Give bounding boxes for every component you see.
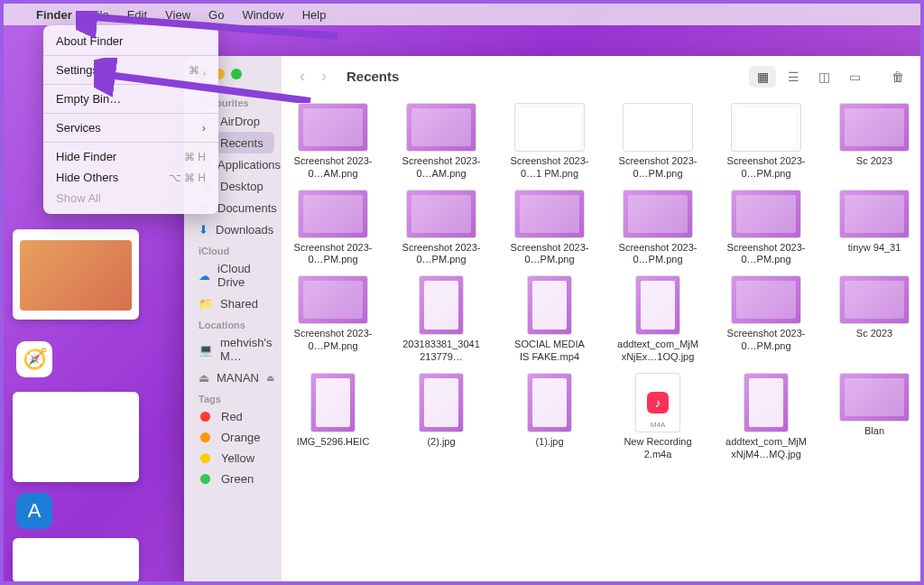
- file-thumbnail: [527, 275, 572, 335]
- separator: [43, 55, 218, 56]
- sidebar-item-icloud-drive[interactable]: ☁iCloud Drive: [191, 258, 274, 292]
- menubar: Finder File Edit View Go Window Help: [4, 4, 920, 25]
- eject-icon[interactable]: ⏏: [266, 373, 274, 383]
- shared-icon: 📁: [199, 296, 213, 311]
- menu-view[interactable]: View: [156, 8, 199, 22]
- sidebar-tag-orange[interactable]: Orange: [191, 427, 274, 448]
- dock-safari-icon[interactable]: 🧭: [16, 341, 52, 377]
- file-item[interactable]: Screenshot 2023-0…1 PM.png: [509, 103, 590, 181]
- sidebar-head-tags: Tags: [191, 388, 274, 406]
- file-name: Screenshot 2023-0…PM.png: [292, 328, 374, 353]
- sidebar-head-icloud: iCloud: [191, 240, 274, 258]
- file-thumbnail: [635, 275, 680, 335]
- file-item[interactable]: addtext_com_MjMxNjM4…MQ.jpg: [725, 373, 807, 461]
- menu-window[interactable]: Window: [233, 8, 292, 22]
- file-thumbnail: [731, 103, 801, 152]
- file-name: IMG_5296.HEIC: [292, 436, 374, 449]
- file-name: Screenshot 2023-0…PM.png: [617, 242, 698, 267]
- file-item[interactable]: IMG_5296.HEIC: [292, 373, 374, 461]
- gallery-view-button[interactable]: ▭: [841, 66, 868, 88]
- menu-about-finder[interactable]: About Finder: [43, 31, 218, 51]
- file-item[interactable]: Screenshot 2023-0…PM.png: [292, 190, 374, 267]
- file-name: (1).jpg: [509, 436, 590, 449]
- file-thumbnail: [298, 275, 368, 324]
- sidebar-tag-yellow[interactable]: Yellow: [191, 448, 274, 469]
- file-thumbnail: [635, 373, 680, 432]
- file-grid: Screenshot 2023-0…AM.pngScreenshot 2023-…: [282, 98, 924, 585]
- menu-finder[interactable]: Finder: [27, 8, 81, 22]
- file-name: SOCIAL MEDIA IS FAKE.mp4: [509, 339, 590, 364]
- file-item[interactable]: tinyw 94_31: [834, 190, 915, 267]
- menu-edit[interactable]: Edit: [118, 8, 156, 22]
- menu-hide-finder[interactable]: Hide Finder⌘ H: [43, 146, 218, 167]
- sidebar-tag-green[interactable]: Green: [191, 469, 274, 489]
- tag-dot-icon: [200, 453, 210, 463]
- file-thumbnail: [839, 275, 910, 324]
- file-item[interactable]: (2).jpg: [401, 373, 482, 461]
- menu-help[interactable]: Help: [293, 8, 336, 22]
- icon-view-button[interactable]: ▦: [749, 66, 776, 88]
- file-item[interactable]: Screenshot 2023-0…PM.png: [292, 275, 374, 364]
- file-thumbnail: [298, 103, 368, 152]
- file-item[interactable]: Blan: [834, 373, 915, 461]
- menu-hide-others[interactable]: Hide Others⌥ ⌘ H: [43, 167, 218, 188]
- menu-empty-bin[interactable]: Empty Bin…: [43, 88, 218, 109]
- file-name: tinyw 94_31: [834, 242, 915, 255]
- sidebar-item-shared[interactable]: 📁Shared: [191, 292, 274, 314]
- desktop-window-content: [20, 240, 132, 311]
- file-thumbnail: [839, 190, 910, 238]
- sidebar-tag-red[interactable]: Red: [191, 406, 274, 427]
- file-item[interactable]: Screenshot 2023-0…PM.png: [617, 103, 698, 181]
- sidebar-item-computer[interactable]: 💻mehvish's M…: [191, 332, 274, 367]
- tag-dot-icon: [200, 474, 210, 484]
- file-thumbnail: [514, 103, 585, 152]
- zoom-button[interactable]: [231, 69, 242, 79]
- file-item[interactable]: Sc 2023: [834, 103, 915, 181]
- file-item[interactable]: Screenshot 2023-0…PM.png: [401, 190, 482, 267]
- file-item[interactable]: Screenshot 2023-0…PM.png: [509, 190, 590, 267]
- toolbar: ‹ › Recents ▦ ☰ ◫ ▭ 🗑: [282, 56, 924, 98]
- file-item[interactable]: New Recording 2.m4a: [617, 373, 698, 461]
- downloads-icon: ⬇: [199, 222, 208, 237]
- menu-services[interactable]: Services›: [43, 117, 218, 138]
- finder-window: Favourites ◎AirDrop 🕒Recents ⒶApplicatio…: [184, 56, 924, 585]
- file-name: addtext_com_MjMxNjEx…1OQ.jpg: [617, 339, 698, 364]
- menu-file[interactable]: File: [81, 8, 118, 22]
- list-view-button[interactable]: ☰: [780, 66, 807, 88]
- menu-go[interactable]: Go: [199, 8, 233, 22]
- file-item[interactable]: Screenshot 2023-0…AM.png: [292, 103, 374, 181]
- menu-settings[interactable]: Settings…⌘ ,: [43, 60, 218, 80]
- sidebar-item-disk[interactable]: ⏏MANAN⏏: [191, 367, 274, 388]
- file-name: Screenshot 2023-0…PM.png: [617, 155, 698, 181]
- file-thumbnail: [514, 190, 585, 238]
- file-thumbnail: [623, 190, 693, 238]
- file-name: Screenshot 2023-0…PM.png: [292, 242, 374, 267]
- file-name: Screenshot 2023-0…AM.png: [401, 155, 482, 181]
- file-name: Screenshot 2023-0…1 PM.png: [509, 155, 590, 181]
- file-item[interactable]: Screenshot 2023-0…PM.png: [725, 190, 807, 267]
- content-area: ‹ › Recents ▦ ☰ ◫ ▭ 🗑 Screenshot 2023-0……: [282, 56, 924, 585]
- file-thumbnail: [731, 190, 801, 238]
- laptop-icon: 💻: [199, 342, 213, 357]
- file-item[interactable]: Screenshot 2023-0…PM.png: [617, 190, 698, 267]
- file-item[interactable]: Screenshot 2023-0…PM.png: [725, 103, 807, 181]
- file-item[interactable]: Sc 2023: [834, 275, 915, 364]
- file-item[interactable]: (1).jpg: [509, 373, 590, 461]
- forward-button[interactable]: ›: [318, 67, 330, 86]
- file-item[interactable]: Screenshot 2023-0…PM.png: [725, 275, 807, 364]
- desktop-window-thumb: [13, 538, 139, 583]
- back-button[interactable]: ‹: [296, 67, 309, 86]
- column-view-button[interactable]: ◫: [810, 66, 837, 88]
- separator: [43, 142, 218, 143]
- dock-appstore-icon[interactable]: A: [16, 493, 52, 529]
- trash-icon[interactable]: 🗑: [884, 66, 911, 88]
- sidebar-item-downloads[interactable]: ⬇Downloads: [191, 218, 274, 240]
- file-item[interactable]: SOCIAL MEDIA IS FAKE.mp4: [509, 275, 590, 364]
- file-item[interactable]: Screenshot 2023-0…AM.png: [401, 103, 482, 181]
- file-name: Screenshot 2023-0…PM.png: [725, 155, 807, 181]
- file-item[interactable]: addtext_com_MjMxNjEx…1OQ.jpg: [617, 275, 698, 364]
- file-name: Screenshot 2023-0…PM.png: [725, 242, 807, 267]
- chevron-right-icon: ›: [202, 121, 206, 135]
- file-thumbnail: [310, 373, 356, 432]
- file-item[interactable]: 203183381_3041213779…7_n.mp4: [401, 275, 482, 364]
